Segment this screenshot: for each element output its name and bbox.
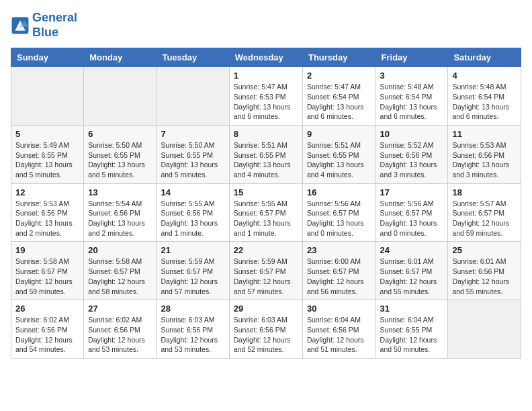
weekday-header-wednesday: Wednesday (229, 48, 302, 67)
calendar-week-row: 12Sunrise: 5:53 AM Sunset: 6:56 PM Dayli… (11, 183, 521, 242)
day-number: 12 (15, 187, 79, 197)
day-info: Sunrise: 6:01 AM Sunset: 6:57 PM Dayligh… (380, 257, 444, 296)
calendar-cell: 17Sunrise: 5:56 AM Sunset: 6:57 PM Dayli… (375, 183, 448, 242)
calendar-cell: 22Sunrise: 5:59 AM Sunset: 6:57 PM Dayli… (229, 242, 302, 300)
day-number: 31 (380, 304, 444, 314)
day-number: 16 (307, 187, 371, 197)
weekday-header-thursday: Thursday (302, 48, 375, 67)
day-info: Sunrise: 5:57 AM Sunset: 6:57 PM Dayligh… (452, 199, 517, 238)
calendar-cell: 7Sunrise: 5:50 AM Sunset: 6:55 PM Daylig… (157, 125, 229, 183)
calendar-cell: 5Sunrise: 5:49 AM Sunset: 6:55 PM Daylig… (11, 125, 84, 183)
day-number: 26 (15, 304, 79, 314)
calendar-cell: 19Sunrise: 5:58 AM Sunset: 6:57 PM Dayli… (11, 242, 84, 300)
day-info: Sunrise: 5:51 AM Sunset: 6:55 PM Dayligh… (234, 140, 298, 180)
weekday-header-sunday: Sunday (11, 48, 84, 67)
calendar-cell: 23Sunrise: 6:00 AM Sunset: 6:57 PM Dayli… (302, 242, 375, 300)
day-number: 19 (15, 245, 79, 255)
calendar-cell: 3Sunrise: 5:48 AM Sunset: 6:54 PM Daylig… (375, 67, 448, 126)
day-info: Sunrise: 5:48 AM Sunset: 6:54 PM Dayligh… (452, 82, 517, 122)
calendar-cell: 26Sunrise: 6:02 AM Sunset: 6:56 PM Dayli… (11, 300, 84, 359)
calendar-cell: 9Sunrise: 5:51 AM Sunset: 6:55 PM Daylig… (302, 125, 375, 183)
day-number: 20 (88, 245, 152, 255)
calendar-cell: 6Sunrise: 5:50 AM Sunset: 6:55 PM Daylig… (84, 125, 157, 183)
weekday-header-tuesday: Tuesday (157, 48, 229, 67)
calendar-cell: 8Sunrise: 5:51 AM Sunset: 6:55 PM Daylig… (229, 125, 302, 183)
calendar-cell (11, 67, 84, 126)
day-info: Sunrise: 5:49 AM Sunset: 6:55 PM Dayligh… (15, 140, 79, 180)
day-number: 18 (452, 187, 517, 197)
day-info: Sunrise: 6:03 AM Sunset: 6:56 PM Dayligh… (234, 315, 298, 355)
day-info: Sunrise: 5:53 AM Sunset: 6:56 PM Dayligh… (452, 140, 517, 180)
day-number: 9 (307, 129, 371, 139)
calendar-table: SundayMondayTuesdayWednesdayThursdayFrid… (11, 48, 521, 359)
day-info: Sunrise: 5:56 AM Sunset: 6:57 PM Dayligh… (380, 199, 444, 238)
day-info: Sunrise: 6:01 AM Sunset: 6:56 PM Dayligh… (452, 257, 517, 296)
logo: General Blue (11, 11, 77, 40)
calendar-cell: 20Sunrise: 5:58 AM Sunset: 6:57 PM Dayli… (84, 242, 157, 300)
calendar-cell: 14Sunrise: 5:55 AM Sunset: 6:56 PM Dayli… (157, 183, 229, 242)
day-info: Sunrise: 5:51 AM Sunset: 6:55 PM Dayligh… (307, 140, 371, 180)
day-info: Sunrise: 5:52 AM Sunset: 6:56 PM Dayligh… (380, 140, 444, 180)
calendar-cell: 15Sunrise: 5:55 AM Sunset: 6:57 PM Dayli… (229, 183, 302, 242)
day-info: Sunrise: 5:59 AM Sunset: 6:57 PM Dayligh… (234, 257, 298, 296)
calendar-cell: 16Sunrise: 5:56 AM Sunset: 6:57 PM Dayli… (302, 183, 375, 242)
day-info: Sunrise: 5:50 AM Sunset: 6:55 PM Dayligh… (88, 140, 152, 180)
calendar-cell: 2Sunrise: 5:47 AM Sunset: 6:54 PM Daylig… (302, 67, 375, 126)
calendar-week-row: 5Sunrise: 5:49 AM Sunset: 6:55 PM Daylig… (11, 125, 521, 183)
calendar-cell: 11Sunrise: 5:53 AM Sunset: 6:56 PM Dayli… (448, 125, 521, 183)
calendar-cell: 27Sunrise: 6:02 AM Sunset: 6:56 PM Dayli… (84, 300, 157, 359)
day-info: Sunrise: 6:02 AM Sunset: 6:56 PM Dayligh… (15, 315, 79, 355)
day-number: 22 (234, 245, 298, 255)
day-info: Sunrise: 5:59 AM Sunset: 6:57 PM Dayligh… (161, 257, 224, 296)
day-number: 4 (452, 71, 517, 81)
day-info: Sunrise: 5:56 AM Sunset: 6:57 PM Dayligh… (307, 199, 371, 238)
calendar-week-row: 1Sunrise: 5:47 AM Sunset: 6:53 PM Daylig… (11, 67, 521, 126)
day-number: 3 (380, 71, 444, 81)
calendar-week-row: 26Sunrise: 6:02 AM Sunset: 6:56 PM Dayli… (11, 300, 521, 359)
day-number: 8 (234, 129, 298, 139)
calendar-cell: 13Sunrise: 5:54 AM Sunset: 6:56 PM Dayli… (84, 183, 157, 242)
logo-icon (11, 16, 30, 35)
day-number: 10 (380, 129, 444, 139)
calendar-cell: 31Sunrise: 6:04 AM Sunset: 6:55 PM Dayli… (375, 300, 448, 359)
day-info: Sunrise: 5:47 AM Sunset: 6:54 PM Dayligh… (307, 82, 371, 122)
day-number: 7 (161, 129, 224, 139)
calendar-cell: 18Sunrise: 5:57 AM Sunset: 6:57 PM Dayli… (448, 183, 521, 242)
day-number: 30 (307, 304, 371, 314)
day-number: 21 (161, 245, 224, 255)
weekday-header-friday: Friday (375, 48, 448, 67)
day-number: 27 (88, 304, 152, 314)
calendar-cell (84, 67, 157, 126)
calendar-cell: 30Sunrise: 6:04 AM Sunset: 6:56 PM Dayli… (302, 300, 375, 359)
day-info: Sunrise: 5:58 AM Sunset: 6:57 PM Dayligh… (88, 257, 152, 296)
page-header: General Blue (11, 11, 521, 40)
day-number: 17 (380, 187, 444, 197)
day-info: Sunrise: 6:00 AM Sunset: 6:57 PM Dayligh… (307, 257, 371, 296)
day-info: Sunrise: 6:04 AM Sunset: 6:56 PM Dayligh… (307, 315, 371, 355)
weekday-header-saturday: Saturday (448, 48, 521, 67)
calendar-cell: 29Sunrise: 6:03 AM Sunset: 6:56 PM Dayli… (229, 300, 302, 359)
calendar-week-row: 19Sunrise: 5:58 AM Sunset: 6:57 PM Dayli… (11, 242, 521, 300)
calendar-cell: 1Sunrise: 5:47 AM Sunset: 6:53 PM Daylig… (229, 67, 302, 126)
day-info: Sunrise: 5:54 AM Sunset: 6:56 PM Dayligh… (88, 199, 152, 238)
calendar-cell: 28Sunrise: 6:03 AM Sunset: 6:56 PM Dayli… (157, 300, 229, 359)
day-number: 15 (234, 187, 298, 197)
calendar-cell: 25Sunrise: 6:01 AM Sunset: 6:56 PM Dayli… (448, 242, 521, 300)
logo-text: General Blue (32, 11, 77, 40)
day-number: 24 (380, 245, 444, 255)
day-number: 11 (452, 129, 517, 139)
calendar-cell: 21Sunrise: 5:59 AM Sunset: 6:57 PM Dayli… (157, 242, 229, 300)
calendar-cell: 12Sunrise: 5:53 AM Sunset: 6:56 PM Dayli… (11, 183, 84, 242)
day-info: Sunrise: 5:50 AM Sunset: 6:55 PM Dayligh… (161, 140, 224, 180)
calendar-cell: 4Sunrise: 5:48 AM Sunset: 6:54 PM Daylig… (448, 67, 521, 126)
calendar-cell: 10Sunrise: 5:52 AM Sunset: 6:56 PM Dayli… (375, 125, 448, 183)
day-info: Sunrise: 5:55 AM Sunset: 6:56 PM Dayligh… (161, 199, 224, 238)
day-number: 28 (161, 304, 224, 314)
day-number: 25 (452, 245, 517, 255)
day-info: Sunrise: 5:53 AM Sunset: 6:56 PM Dayligh… (15, 199, 79, 238)
day-info: Sunrise: 6:03 AM Sunset: 6:56 PM Dayligh… (161, 315, 224, 355)
day-number: 5 (15, 129, 79, 139)
calendar-cell (448, 300, 521, 359)
day-info: Sunrise: 5:48 AM Sunset: 6:54 PM Dayligh… (380, 82, 444, 122)
day-info: Sunrise: 5:58 AM Sunset: 6:57 PM Dayligh… (15, 257, 79, 296)
